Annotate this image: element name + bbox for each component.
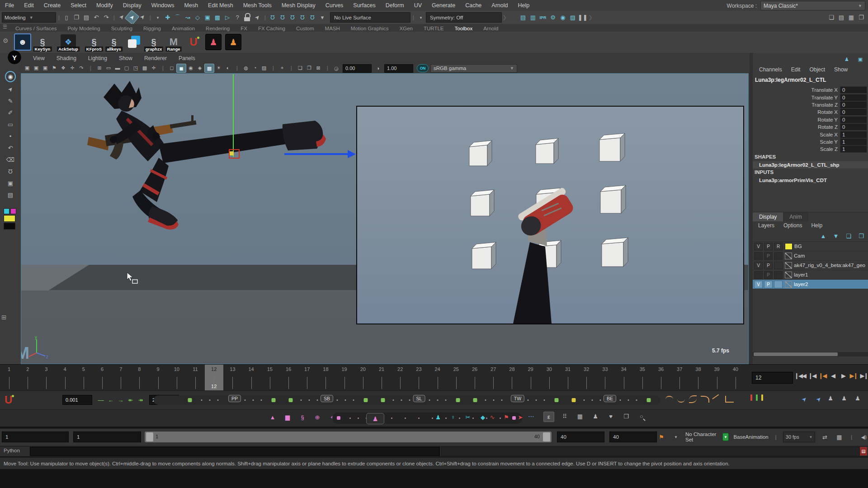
speaker-icon[interactable]: ◀))	[859, 432, 868, 442]
menu-surfaces[interactable]: Surfaces	[348, 2, 380, 9]
ipr-render-icon[interactable]: IPR	[538, 13, 548, 22]
modeling-toolkit-toggle-icon[interactable]: ❏	[826, 13, 836, 22]
shelf-tab-poly-modeling[interactable]: Poly Modeling	[62, 25, 105, 32]
exposure-field[interactable]: 0.00	[343, 64, 372, 73]
magenta-swatch[interactable]	[10, 208, 16, 214]
track-bookmark-pp[interactable]: PP	[228, 395, 241, 402]
attribute-editor-toggle-icon[interactable]: ▤	[836, 13, 846, 22]
heart-icon[interactable]: ♥	[606, 412, 616, 421]
image-plane-display-icon[interactable]: ▩	[140, 64, 149, 72]
character-set-caret-icon[interactable]: ▾	[671, 432, 681, 442]
tweezers-icon[interactable]: ✂	[463, 413, 473, 422]
viewport-canvas[interactable]: y x z 5.7 fps M	[21, 73, 749, 364]
open-scene-icon[interactable]: ❐	[71, 13, 81, 22]
web-icon[interactable]: ⊕	[312, 413, 322, 422]
pin-icon[interactable]: ♀	[448, 413, 458, 422]
shaded-icon[interactable]: ◼	[176, 64, 186, 73]
layer-row-bg[interactable]: VPRBG	[753, 242, 868, 251]
ease-in-icon[interactable]	[665, 396, 673, 403]
channel-value-field[interactable]: 0	[840, 116, 867, 123]
playback-end-field[interactable]: 40	[557, 432, 604, 442]
visibility-cell[interactable]: V	[754, 243, 763, 250]
make-live-icon[interactable]: ▩	[212, 13, 222, 22]
texture-paint-icon[interactable]: ▨	[568, 13, 578, 22]
script-editor-icon[interactable]: ▤	[860, 447, 867, 455]
clipboard-icon[interactable]: ▤	[5, 190, 15, 200]
layer-scrollbar[interactable]	[753, 352, 868, 357]
menu-mesh[interactable]: Mesh	[179, 2, 203, 9]
channel-value-field[interactable]: 0	[840, 123, 867, 131]
gate-mask-icon[interactable]: ▢	[122, 64, 131, 72]
channel-value-field[interactable]: 0	[840, 94, 867, 101]
undo-tool-icon[interactable]: ↶	[5, 143, 15, 153]
rocket-icon[interactable]: ▲	[268, 413, 278, 422]
camera-highlight-icon[interactable]: ▣	[32, 64, 41, 72]
move-layer-up-icon[interactable]: ▲	[818, 231, 828, 241]
eye-tool-icon[interactable]: ◉	[5, 71, 16, 82]
symmetry-field[interactable]: Symmetry: Off	[426, 12, 502, 23]
layer-row-layer2[interactable]: VPlayer2	[753, 280, 868, 289]
panel-menu-lighting[interactable]: Lighting	[82, 55, 113, 61]
input-node-row[interactable]: Luna3p:armorPrimVis_CDT	[753, 177, 868, 184]
panel-menu-shading[interactable]: Shading	[51, 55, 82, 61]
play-forwards-button[interactable]: ▶	[839, 371, 847, 380]
wireframe-icon[interactable]: ◻	[167, 64, 176, 72]
shelf-item-acksetup[interactable]: ❖AckSetup	[53, 33, 83, 52]
range-end-handle[interactable]	[543, 432, 550, 441]
channel-value-field[interactable]: 0	[840, 101, 867, 108]
channel-value-field[interactable]: 1	[840, 145, 867, 153]
track-bookmark-sb[interactable]: SB	[321, 395, 333, 402]
shelf-item-keysyn[interactable]: §KeySyn	[33, 33, 52, 52]
textured-icon[interactable]: ◉	[186, 64, 195, 72]
track-bookmark-sl[interactable]: SL	[413, 395, 425, 402]
layer-row-ak47-rig-v0-4-beta-ak47-geo[interactable]: VPak47_rig_v0_4_beta:ak47_geo	[753, 261, 868, 270]
track-bookmark-be[interactable]: BE	[604, 395, 616, 402]
cyan-swatch[interactable]	[4, 208, 9, 214]
table-icon[interactable]: ▦	[575, 412, 585, 421]
next-frame-icon[interactable]: →	[116, 395, 126, 405]
new-scene-icon[interactable]: ▯	[61, 13, 71, 22]
shelf-tab-animation[interactable]: Animation	[166, 25, 200, 32]
shelf-tab-rigging[interactable]: Rigging	[138, 25, 166, 32]
visibility-cell[interactable]: V	[754, 281, 763, 288]
pixel-snap-icon[interactable]: ⊠	[314, 64, 323, 72]
channel-menu-show[interactable]: Show	[830, 66, 852, 73]
character-set-label[interactable]: No Character Set	[685, 432, 718, 442]
magnet-tool-icon[interactable]: Ω	[5, 167, 15, 176]
menu-windows[interactable]: Windows	[146, 2, 179, 9]
live-surface-field[interactable]: No Live Surface	[330, 12, 410, 23]
green-key-icon[interactable]	[756, 394, 758, 401]
shelf-tab-motion-graphics[interactable]: Motion Graphics	[345, 25, 394, 32]
flag-tool-icon[interactable]: ⚑	[501, 413, 511, 422]
shelf-tab-xgen[interactable]: XGen	[394, 25, 418, 32]
range-start-handle[interactable]	[146, 432, 153, 441]
layer-triangle-swatch[interactable]	[785, 281, 792, 288]
workspace-dropdown[interactable]: Maya Classic* ▼	[760, 1, 865, 10]
shelf-tab-rendering[interactable]: Rendering	[200, 25, 235, 32]
menu-mesh-display[interactable]: Mesh Display	[277, 2, 321, 9]
ease-both-icon[interactable]	[689, 395, 697, 403]
layer-row-layer1[interactable]: Player1	[753, 270, 868, 280]
layer-tab-display[interactable]: Display	[753, 212, 783, 221]
snap-curve-icon[interactable]: ⌒	[173, 13, 183, 22]
layer-triangle-swatch[interactable]	[785, 253, 792, 259]
undo-icon[interactable]: ↶	[91, 13, 101, 22]
reference-cell[interactable]	[774, 252, 783, 260]
gamma-dropdown[interactable]: sRGB gamma▼	[430, 64, 517, 73]
more-options-icon[interactable]: ⋯	[528, 413, 534, 420]
menu-edit-mesh[interactable]: Edit Mesh	[203, 2, 238, 9]
panel-menu-renderer[interactable]: Renderer	[138, 55, 173, 61]
checkered-icon[interactable]: ▩	[204, 64, 214, 73]
layer-menu-help[interactable]: Help	[807, 222, 827, 229]
menu-select[interactable]: Select	[66, 2, 91, 9]
menu-deform[interactable]: Deform	[381, 2, 409, 9]
channel-value-field[interactable]: 0	[840, 108, 867, 116]
render-region-icon[interactable]: ▥	[528, 13, 538, 22]
hook-icon[interactable]: §	[297, 413, 307, 422]
scatter-icon[interactable]: ⠿	[560, 412, 570, 421]
empty-layer-icon[interactable]: ❏	[844, 231, 854, 241]
playback-cell[interactable]: P	[764, 252, 773, 260]
snapshot-paste-icon[interactable]: ❐	[305, 64, 314, 72]
command-input[interactable]	[30, 447, 440, 456]
step-forward-key-button[interactable]: ▶❙	[849, 371, 858, 380]
